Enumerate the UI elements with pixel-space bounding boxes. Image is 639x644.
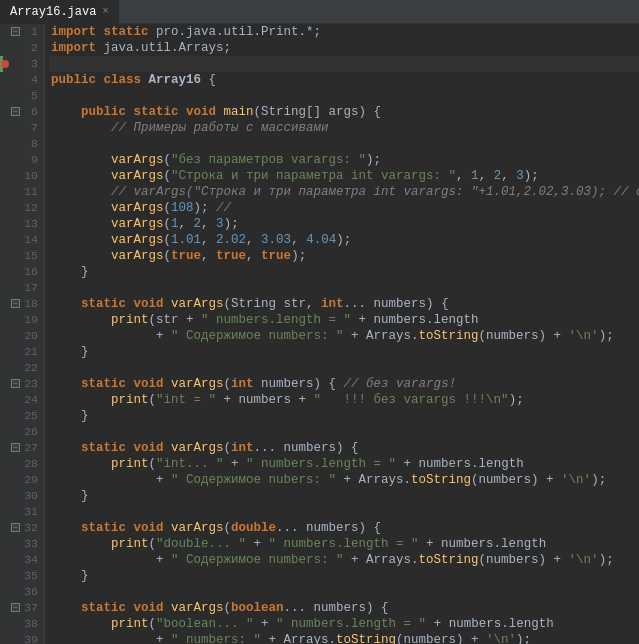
breakpoint-zone-17[interactable] (0, 280, 10, 296)
breakpoint-zone-30[interactable] (0, 488, 10, 504)
line-number-18: − 18 (10, 296, 44, 312)
line-number-36: 36 (10, 584, 44, 600)
breakpoint-zone-39[interactable] (0, 632, 10, 644)
code-line-8 (49, 136, 639, 152)
breakpoint-zone-37[interactable] (0, 600, 10, 616)
breakpoint-zone-9[interactable] (0, 152, 10, 168)
code-line-24: print("int = " + numbers + " !!! без var… (49, 392, 639, 408)
breakpoint-zone-24[interactable] (0, 392, 10, 408)
line-number-26: 26 (10, 424, 44, 440)
breakpoint-zone-8[interactable] (0, 136, 10, 152)
breakpoint-zone-16[interactable] (0, 264, 10, 280)
breakpoint-zone-23[interactable] (0, 376, 10, 392)
breakpoint-zone-22[interactable] (0, 360, 10, 376)
line-number-32: − 32 (10, 520, 44, 536)
breakpoint-zone-14[interactable] (0, 232, 10, 248)
fold-icon-27[interactable]: − (11, 443, 20, 452)
gutter-row-1: − 1 (0, 24, 44, 40)
code-line-32: static void varArgs(double... numbers) { (49, 520, 639, 536)
breakpoint-zone-6[interactable] (0, 104, 10, 120)
breakpoint-zone-1[interactable] (0, 24, 10, 40)
breakpoint-zone-12[interactable] (0, 200, 10, 216)
breakpoint-zone-35[interactable] (0, 568, 10, 584)
line-number-33: 33 (10, 536, 44, 552)
breakpoint-zone-32[interactable] (0, 520, 10, 536)
code-line-17 (49, 280, 639, 296)
fold-icon-32[interactable]: − (11, 523, 20, 532)
tab-label: Array16.java (10, 5, 96, 19)
line-number-2: 2 (10, 40, 44, 56)
line-number-9: 9 (10, 152, 44, 168)
breakpoint-zone-27[interactable] (0, 440, 10, 456)
code-line-33: print("double... " + " numbers.length = … (49, 536, 639, 552)
line-number-11: 11 (10, 184, 44, 200)
code-line-1: import static pro.java.util.Print.*; (49, 24, 639, 40)
gutter-row-5: 5 (0, 88, 44, 104)
breakpoint-zone-38[interactable] (0, 616, 10, 632)
code-line-35: } (49, 568, 639, 584)
fold-icon-18[interactable]: − (11, 299, 20, 308)
line-number-3: 3 (10, 56, 44, 72)
breakpoint-zone-28[interactable] (0, 456, 10, 472)
line-number-25: 25 (10, 408, 44, 424)
breakpoint-zone-18[interactable] (0, 296, 10, 312)
breakpoint-zone-25[interactable] (0, 408, 10, 424)
code-line-22 (49, 360, 639, 376)
line-number-21: 21 (10, 344, 44, 360)
line-number-39: 39 (10, 632, 44, 644)
line-number-12: 12 (10, 200, 44, 216)
breakpoint-zone-19[interactable] (0, 312, 10, 328)
breakpoint-zone-13[interactable] (0, 216, 10, 232)
line-number-27: − 27 (10, 440, 44, 456)
breakpoint-zone-15[interactable] (0, 248, 10, 264)
code-line-12: varArgs(108); // (49, 200, 639, 216)
breakpoint-zone-34[interactable] (0, 552, 10, 568)
code-line-15: varArgs(true, true, true); (49, 248, 639, 264)
breakpoint-zone-7[interactable] (0, 120, 10, 136)
breakpoint-zone-31[interactable] (0, 504, 10, 520)
line-number-15: 15 (10, 248, 44, 264)
line-number-29: 29 (10, 472, 44, 488)
gutter: − 1 2 3 4 5 (0, 24, 45, 644)
line-number-13: 13 (10, 216, 44, 232)
line-number-7: 7 (10, 120, 44, 136)
code-area[interactable]: import static pro.java.util.Print.*; imp… (45, 24, 639, 644)
breakpoint-zone-29[interactable] (0, 472, 10, 488)
breakpoint-zone-21[interactable] (0, 344, 10, 360)
line-number-37: − 37 (10, 600, 44, 616)
tab-array16[interactable]: Array16.java × (0, 0, 119, 24)
code-line-3 (49, 56, 639, 72)
code-line-10: varArgs("Строка и три параметра int vara… (49, 168, 639, 184)
fold-icon-23[interactable]: − (11, 379, 20, 388)
line-number-38: 38 (10, 616, 44, 632)
line-number-20: 20 (10, 328, 44, 344)
breakpoint-zone-2[interactable] (0, 40, 10, 56)
breakpoint-zone-20[interactable] (0, 328, 10, 344)
breakpoint-3 (1, 60, 9, 68)
breakpoint-zone-36[interactable] (0, 584, 10, 600)
fold-icon-1[interactable]: − (11, 27, 20, 36)
code-line-4: public class Array16 { (49, 72, 639, 88)
fold-icon-37[interactable]: − (11, 603, 20, 612)
tab-close-icon[interactable]: × (102, 6, 108, 17)
line-number-31: 31 (10, 504, 44, 520)
breakpoint-zone-26[interactable] (0, 424, 10, 440)
breakpoint-zone-5[interactable] (0, 88, 10, 104)
code-line-14: varArgs(1.01, 2.02, 3.03, 4.04); (49, 232, 639, 248)
breakpoint-zone-3[interactable] (0, 56, 10, 72)
code-line-23: static void varArgs(int numbers) { // бе… (49, 376, 639, 392)
breakpoint-zone-10[interactable] (0, 168, 10, 184)
breakpoint-zone-4[interactable] (0, 72, 10, 88)
code-line-27: static void varArgs(int... numbers) { (49, 440, 639, 456)
fold-icon-6[interactable]: − (11, 107, 20, 116)
code-line-38: print("boolean... " + " numbers.length =… (49, 616, 639, 632)
code-line-20: + " Содержимое numbers: " + Arrays.toStr… (49, 328, 639, 344)
breakpoint-zone-33[interactable] (0, 536, 10, 552)
code-line-18: static void varArgs(String str, int... n… (49, 296, 639, 312)
line-number-17: 17 (10, 280, 44, 296)
line-number-4: 4 (10, 72, 44, 88)
line-number-14: 14 (10, 232, 44, 248)
breakpoint-zone-11[interactable] (0, 184, 10, 200)
line-number-23: − 23 (10, 376, 44, 392)
code-line-16: } (49, 264, 639, 280)
